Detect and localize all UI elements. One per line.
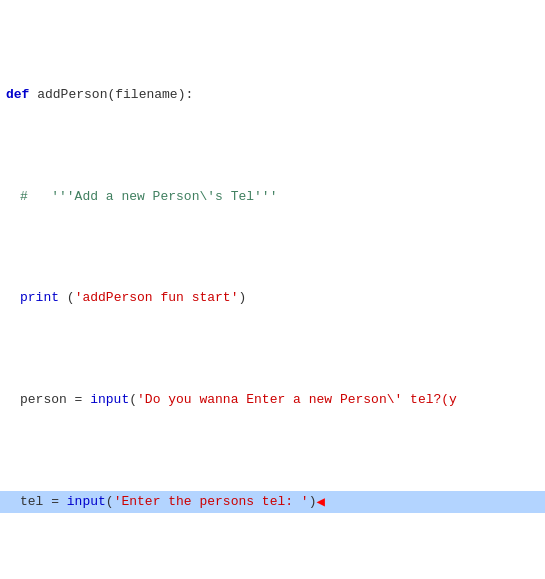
string-val: 'addPerson fun start' bbox=[75, 288, 239, 308]
line-3: print ('addPerson fun start') bbox=[0, 288, 545, 309]
code-text: ) bbox=[238, 288, 246, 308]
code-text: ) bbox=[309, 492, 317, 512]
line-5: tel = input('Enter the persons tel: ') ◀ bbox=[0, 491, 545, 513]
code-text: ( bbox=[106, 492, 114, 512]
docstring: # '''Add a new Person\'s Tel''' bbox=[20, 187, 277, 207]
code-text: ( bbox=[67, 288, 75, 308]
keyword-def: def bbox=[6, 85, 37, 105]
arrow-icon: ◀ bbox=[317, 492, 325, 514]
code-text: addPerson(filename): bbox=[37, 85, 193, 105]
input-keyword: input bbox=[67, 492, 106, 512]
code-block: def addPerson(filename): # '''Add a new … bbox=[0, 0, 545, 579]
line-2: # '''Add a new Person\'s Tel''' bbox=[0, 186, 545, 207]
code-text: ( bbox=[129, 390, 137, 410]
code-editor: def addPerson(filename): # '''Add a new … bbox=[0, 0, 545, 579]
print-keyword: print bbox=[20, 288, 67, 308]
code-text: person = bbox=[20, 390, 90, 410]
code-text: tel = bbox=[20, 492, 67, 512]
string-val: 'Do you wanna Enter a new Person\' tel?(… bbox=[137, 390, 457, 410]
line-1: def addPerson(filename): bbox=[0, 85, 545, 106]
line-4: person = input('Do you wanna Enter a new… bbox=[0, 389, 545, 410]
input-keyword: input bbox=[90, 390, 129, 410]
string-val: 'Enter the persons tel: ' bbox=[114, 492, 309, 512]
